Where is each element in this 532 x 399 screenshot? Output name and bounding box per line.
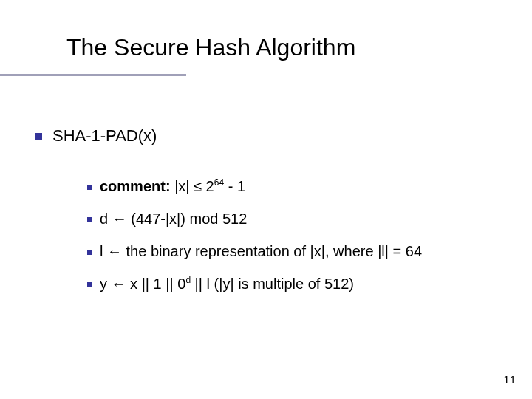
comment-label: comment: (100, 178, 171, 194)
expr-b: || l (|y| is multiple of 512) (191, 276, 354, 292)
bullet-square-icon (35, 133, 42, 140)
level2-text: y ← x || 1 || 0d || l (|y| is multiple o… (100, 275, 354, 293)
page-number: 11 (503, 373, 516, 386)
level2-text: comment: |x| ≤ 264 - 1 (100, 177, 245, 195)
level2-item: d ← (447-|x|) mod 512 (87, 210, 247, 228)
bullet-square-icon (87, 250, 92, 255)
level2-item: comment: |x| ≤ 264 - 1 (87, 177, 245, 195)
level2-text: l ← the binary representation of |x|, wh… (100, 242, 422, 260)
bullet-square-icon (87, 282, 92, 287)
bullet-square-icon (87, 217, 92, 222)
level2-item: l ← the binary representation of |x|, wh… (87, 242, 422, 260)
comment-body-b: - 1 (224, 178, 245, 194)
slide-title: The Secure Hash Algorithm (66, 34, 355, 61)
comment-body-a: |x| ≤ 2 (171, 178, 214, 194)
bullet-square-icon (87, 185, 92, 190)
title-underline (0, 74, 186, 76)
expr-a: y ← x || 1 || 0 (100, 276, 185, 292)
level2-item: y ← x || 1 || 0d || l (|y| is multiple o… (87, 275, 354, 293)
level1-item: SHA-1-PAD(x) (35, 126, 157, 146)
level2-text: d ← (447-|x|) mod 512 (100, 210, 247, 228)
level1-text: SHA-1-PAD(x) (52, 126, 157, 146)
slide: The Secure Hash Algorithm SHA-1-PAD(x) c… (0, 0, 532, 399)
superscript: 64 (214, 177, 224, 188)
